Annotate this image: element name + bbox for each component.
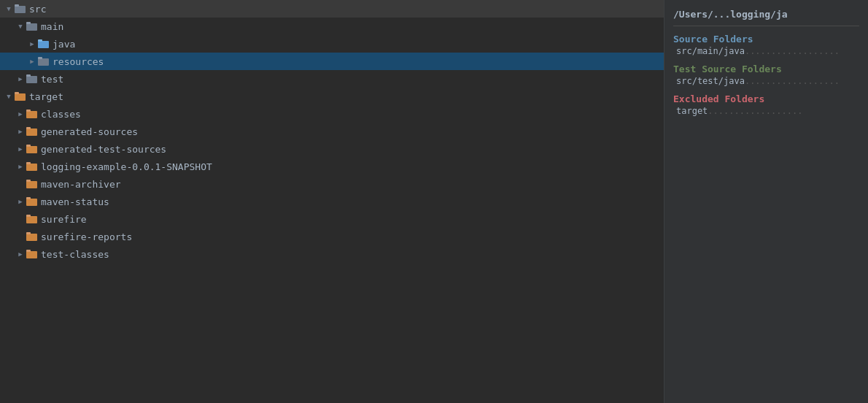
folder-icon xyxy=(26,109,38,119)
tree-arrow xyxy=(26,38,38,50)
svg-rect-14 xyxy=(26,128,37,136)
folder-icon xyxy=(26,214,38,224)
svg-rect-10 xyxy=(15,93,26,101)
tree-item-target[interactable]: target xyxy=(0,88,664,105)
tree-arrow xyxy=(15,126,26,137)
folder-icon xyxy=(26,161,38,172)
item-label: test xyxy=(41,74,63,85)
folder-icon xyxy=(26,21,38,31)
tree-item-generated-sources[interactable]: generated-sources xyxy=(0,123,664,140)
source-folders-title: Source Folders xyxy=(673,34,859,45)
test-source-folders-title: Test Source Folders xyxy=(673,64,859,74)
tree-item-surefire-reports[interactable]: ▶ surefire-reports xyxy=(0,228,664,245)
svg-rect-24 xyxy=(26,216,37,223)
tree-item-classes[interactable]: classes xyxy=(0,105,664,123)
folder-icon xyxy=(26,74,38,84)
item-label: generated-test-sources xyxy=(41,144,166,155)
tree-item-generated-test-sources[interactable]: generated-test-sources xyxy=(0,140,664,158)
svg-rect-1 xyxy=(15,4,19,7)
tree-item-java[interactable]: java xyxy=(0,35,664,53)
svg-rect-28 xyxy=(26,251,37,258)
svg-rect-5 xyxy=(38,39,42,42)
svg-rect-13 xyxy=(26,110,31,112)
svg-rect-4 xyxy=(38,41,49,48)
tree-item-test-classes[interactable]: test-classes xyxy=(0,245,664,263)
folder-icon xyxy=(26,196,38,207)
item-label: src xyxy=(29,4,46,15)
item-label: target xyxy=(29,91,63,102)
svg-rect-20 xyxy=(26,181,37,188)
tree-item-maven-archiver[interactable]: ▶ maven-archiver xyxy=(0,175,664,193)
folder-icon xyxy=(26,126,38,137)
item-label: logging-example-0.0.1-SNAPSHOT xyxy=(41,161,212,172)
tree-arrow xyxy=(15,20,26,32)
svg-rect-22 xyxy=(26,199,37,206)
tree-item-surefire[interactable]: ▶ surefire xyxy=(0,210,664,228)
svg-rect-26 xyxy=(26,234,37,241)
item-label: classes xyxy=(41,109,81,120)
tree-item-resources[interactable]: resources xyxy=(0,53,664,70)
item-label: maven-status xyxy=(41,196,109,207)
svg-rect-3 xyxy=(26,22,31,24)
item-label: maven-archiver xyxy=(41,179,121,190)
svg-rect-15 xyxy=(26,127,31,129)
svg-rect-12 xyxy=(26,111,37,118)
folder-icon xyxy=(38,56,50,66)
tree-arrow xyxy=(3,3,15,15)
svg-rect-21 xyxy=(26,180,31,182)
tree-item-main[interactable]: main xyxy=(0,18,664,35)
info-panel: /Users/...logging/ja Source Folders src/… xyxy=(664,0,868,403)
tree-item-test[interactable]: test xyxy=(0,70,664,88)
item-label: surefire-reports xyxy=(41,231,132,242)
svg-rect-11 xyxy=(15,92,19,94)
tree-arrow xyxy=(15,196,26,207)
svg-rect-16 xyxy=(26,146,37,153)
tree-item-maven-status[interactable]: maven-status xyxy=(0,193,664,210)
folder-icon xyxy=(26,144,38,154)
tree-arrow xyxy=(15,108,26,120)
svg-rect-27 xyxy=(26,232,31,234)
item-label: generated-sources xyxy=(41,126,138,137)
svg-rect-18 xyxy=(26,164,37,171)
svg-rect-8 xyxy=(26,76,37,83)
svg-rect-17 xyxy=(26,145,31,147)
folder-icon xyxy=(26,249,38,259)
folder-icon xyxy=(26,179,38,189)
svg-rect-25 xyxy=(26,215,31,217)
tree-arrow xyxy=(15,161,26,172)
folder-icon xyxy=(15,91,26,101)
tree-arrow xyxy=(3,91,15,102)
item-label: surefire xyxy=(41,214,87,225)
svg-rect-6 xyxy=(38,58,49,66)
item-label: main xyxy=(41,21,63,32)
folder-icon xyxy=(26,231,38,242)
item-label: test-classes xyxy=(41,249,109,260)
item-label: java xyxy=(53,39,75,50)
source-folders-path: src/main/java.................. xyxy=(673,46,859,56)
tree-arrow xyxy=(15,143,26,155)
item-label: resources xyxy=(53,56,104,67)
tree-item-src[interactable]: src xyxy=(0,0,664,18)
svg-rect-23 xyxy=(26,197,31,199)
folder-icon xyxy=(38,39,50,49)
excluded-folders-path: target.................. xyxy=(673,106,859,116)
tree-arrow xyxy=(15,248,26,260)
test-source-folders-path: src/test/java.................. xyxy=(673,76,859,86)
svg-rect-9 xyxy=(26,74,31,77)
svg-rect-29 xyxy=(26,250,31,252)
folder-icon xyxy=(15,4,26,14)
svg-rect-2 xyxy=(26,23,37,31)
svg-rect-0 xyxy=(15,6,26,13)
tree-arrow xyxy=(26,55,38,67)
svg-rect-7 xyxy=(38,57,42,59)
path-header: /Users/...logging/ja xyxy=(673,6,859,26)
svg-rect-19 xyxy=(26,162,31,164)
file-tree: src main java resources test target clas… xyxy=(0,0,664,403)
excluded-folders-title: Excluded Folders xyxy=(673,93,859,104)
tree-arrow xyxy=(15,73,26,85)
tree-item-logging-example[interactable]: logging-example-0.0.1-SNAPSHOT xyxy=(0,158,664,175)
